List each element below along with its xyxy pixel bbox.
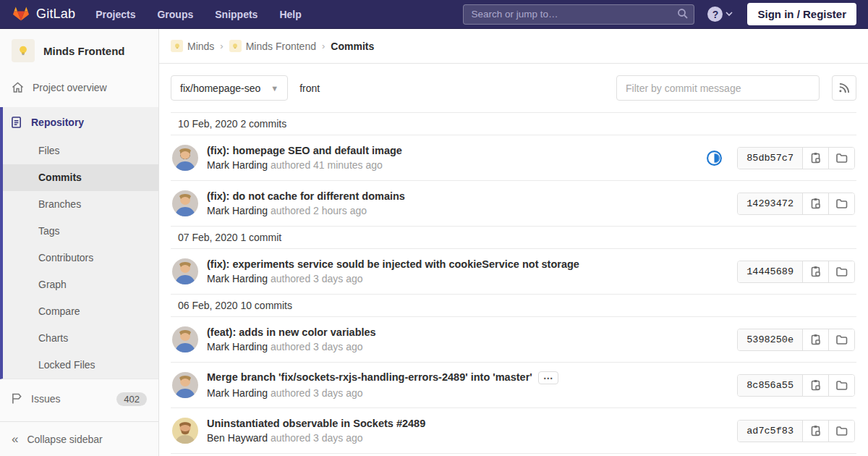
branch-selector-dropdown[interactable]: fix/homepage-seo ▼ [171, 75, 288, 101]
nav-groups[interactable]: Groups [157, 9, 193, 20]
project-sidebar: Minds Frontend Project overview Reposito… [0, 29, 159, 456]
author-avatar[interactable] [172, 372, 198, 398]
commit-sha-group: 8c856a55 [737, 374, 855, 397]
nav-help[interactable]: Help [279, 9, 301, 20]
commit-author-link[interactable]: Ben Hayward [207, 432, 268, 444]
commit-sha-link[interactable]: ad7c5f83 [738, 421, 802, 442]
sidebar-item-compare[interactable]: Compare [3, 298, 158, 325]
search-input[interactable] [463, 4, 694, 25]
commit-author-link[interactable]: Mark Harding [207, 205, 268, 216]
collapse-sidebar-button[interactable]: « Collapse sidebar [0, 421, 158, 456]
folder-icon [836, 267, 848, 276]
commit-author-link[interactable]: Mark Harding [207, 273, 268, 284]
sidebar-item-graph[interactable]: Graph [3, 271, 158, 298]
sidebar-item-issues[interactable]: Issues 402 [0, 385, 158, 413]
commit-sha-group: ad7c5f83 [737, 420, 855, 442]
commit-title-link[interactable]: (fix): homepage SEO and default image [207, 145, 402, 156]
commit-sha-link[interactable]: 5398250e [738, 329, 802, 350]
sidebar-item-files[interactable]: Files [3, 138, 158, 164]
commit-sha-link[interactable]: 14293472 [738, 193, 802, 214]
commit-row: (fix): experiments service sould be inje… [171, 249, 856, 295]
search-icon [677, 8, 689, 22]
navbar-links: Projects Groups Snippets Help [95, 9, 302, 20]
commits-feed-button[interactable] [832, 75, 856, 101]
clipboard-icon [811, 334, 821, 345]
issues-count-badge: 402 [116, 392, 147, 406]
author-avatar[interactable] [172, 190, 198, 216]
author-avatar[interactable] [172, 145, 198, 171]
document-icon [12, 117, 22, 129]
sidebar-item-commits[interactable]: Commits [3, 164, 158, 191]
breadcrumb-project[interactable]: Minds Frontend [229, 40, 316, 52]
breadcrumb-separator: › [322, 41, 325, 51]
sign-in-register-button[interactable]: Sign in / Register [747, 3, 856, 25]
clipboard-icon [811, 379, 821, 391]
nav-projects[interactable]: Projects [95, 9, 135, 20]
nav-snippets[interactable]: Snippets [215, 9, 258, 20]
commit-row: Merge branch 'fix/sockets-rxjs-handling-… [171, 363, 856, 408]
commit-sha-link[interactable]: 8c856a55 [738, 375, 802, 396]
sidebar-item-contributors[interactable]: Contributors [3, 245, 158, 271]
help-icon: ? [707, 7, 723, 22]
breadcrumb-group[interactable]: Minds [171, 40, 214, 52]
commit-date-header: 07 Feb, 2020 1 commit [171, 227, 856, 249]
issues-icon [12, 393, 22, 405]
copy-sha-button[interactable] [802, 421, 828, 442]
sidebar-item-tags[interactable]: Tags [3, 218, 158, 245]
sidebar-item-locked-files[interactable]: Locked Files [3, 352, 158, 379]
commits-toolbar: fix/homepage-seo ▼ front [171, 75, 856, 101]
browse-files-button[interactable] [828, 375, 854, 396]
commit-author-link[interactable]: Mark Harding [207, 387, 268, 399]
commit-time: authored 41 minutes ago [271, 159, 383, 171]
copy-sha-button[interactable] [802, 375, 828, 396]
commit-list: 10 Feb, 2020 2 commits (fix): homepage S… [171, 112, 856, 454]
chevron-down-icon: ▼ [271, 84, 278, 93]
sidebar-section-repository: Repository Files Commits Branches Tags C… [0, 107, 158, 379]
clipboard-icon [811, 266, 821, 277]
sidebar-item-repository[interactable]: Repository [3, 107, 158, 138]
folder-icon [836, 426, 848, 436]
commit-sha-link[interactable]: 85db57c7 [738, 148, 802, 169]
browse-files-button[interactable] [828, 261, 854, 282]
author-avatar[interactable] [172, 326, 198, 352]
rss-icon [839, 83, 850, 93]
browse-files-button[interactable] [828, 421, 854, 442]
browse-files-button[interactable] [828, 329, 854, 350]
copy-sha-button[interactable] [802, 193, 828, 214]
copy-sha-button[interactable] [802, 329, 828, 350]
pipeline-status-running-icon[interactable] [706, 150, 723, 166]
brand-name: GitLab [36, 7, 75, 22]
sidebar-item-charts[interactable]: Charts [3, 325, 158, 352]
commit-author-link[interactable]: Mark Harding [207, 341, 268, 352]
commit-filter-input[interactable] [616, 75, 820, 101]
commit-sha-group: 14293472 [737, 193, 855, 215]
commit-date-header: 06 Feb, 2020 10 commits [171, 295, 856, 317]
folder-icon [836, 381, 848, 390]
copy-sha-button[interactable] [802, 148, 828, 169]
group-avatar [171, 40, 183, 52]
commit-sha-group: 85db57c7 [737, 147, 855, 169]
commit-title-link[interactable]: (fix): experiments service sould be inje… [207, 258, 579, 270]
folder-icon [836, 335, 848, 345]
commit-row: (fix): homepage SEO and default image Ma… [171, 135, 856, 181]
gitlab-logo-home-link[interactable]: GitLab [12, 4, 75, 25]
project-context-header[interactable]: Minds Frontend [0, 29, 158, 74]
commit-title-link[interactable]: (feat): adds in new color variables [207, 326, 376, 338]
commit-title-link[interactable]: Merge branch 'fix/sockets-rxjs-handling-… [207, 371, 532, 383]
toggle-commit-description-button[interactable]: … [538, 371, 558, 384]
browse-files-button[interactable] [828, 193, 854, 214]
commit-title-link[interactable]: (fix): do not cache for different domain… [207, 190, 405, 202]
commit-sha-link[interactable]: 14445689 [738, 261, 802, 282]
author-avatar[interactable] [172, 418, 198, 444]
browse-files-button[interactable] [828, 148, 854, 169]
copy-sha-button[interactable] [802, 261, 828, 282]
author-avatar[interactable] [172, 258, 198, 284]
commit-date-header: 10 Feb, 2020 2 commits [171, 113, 856, 135]
commit-author-link[interactable]: Mark Harding [207, 159, 268, 171]
commit-time: authored 3 days ago [271, 273, 363, 284]
sidebar-item-branches[interactable]: Branches [3, 191, 158, 218]
path-label: front [299, 83, 320, 94]
commit-title-link[interactable]: Uninstantiated observable in Sockets #24… [207, 418, 425, 429]
sidebar-item-project-overview[interactable]: Project overview [0, 74, 158, 101]
help-menu[interactable]: ? [707, 7, 733, 22]
